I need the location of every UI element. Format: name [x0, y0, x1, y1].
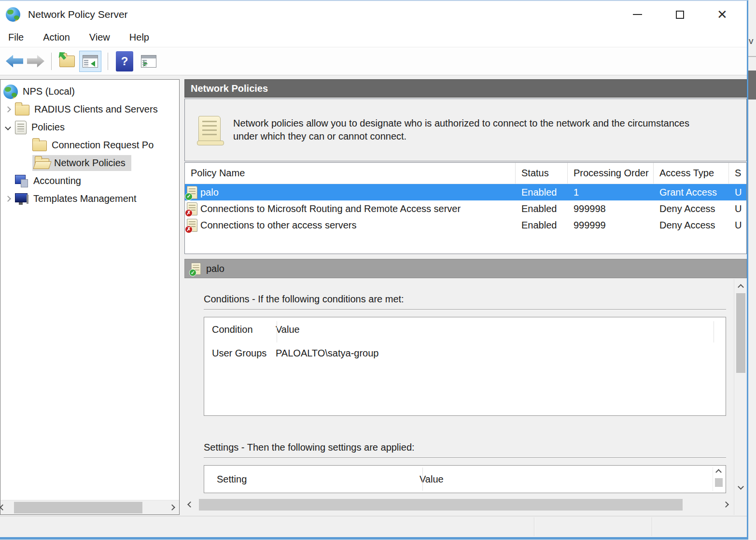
toolbar-separator [108, 53, 108, 70]
red-x-badge-icon [185, 209, 193, 217]
column-separator [277, 321, 277, 342]
scroll-left-arrow-icon[interactable] [187, 501, 194, 508]
policy-status: Enabled [516, 220, 568, 231]
chevron-right-icon[interactable] [5, 106, 11, 113]
export-list-icon[interactable] [59, 56, 75, 67]
column-status[interactable]: Status [516, 163, 568, 184]
show-hide-action-pane-button[interactable] [138, 51, 160, 72]
policy-access-type: Grant Access [654, 187, 729, 198]
column-access-type[interactable]: Access Type [654, 163, 729, 184]
menu-view[interactable]: View [88, 31, 111, 44]
policy-row-other-access[interactable]: Connections to other access servers Enab… [185, 217, 746, 233]
forward-arrow-icon[interactable] [27, 55, 44, 68]
menu-help[interactable]: Help [128, 31, 150, 44]
scroll-up-arrow-icon[interactable] [715, 469, 722, 475]
right-triangle-icon [143, 61, 148, 67]
scroll-up-arrow-icon[interactable] [738, 284, 744, 290]
tree-item-label: RADIUS Clients and Servers [34, 104, 158, 115]
tree-item-label: Policies [31, 122, 65, 133]
policy-access-type: Deny Access [654, 203, 729, 214]
tree-item-templates-management[interactable]: Templates Management [0, 190, 179, 208]
tree-item-network-policies[interactable]: Network Policies [0, 154, 179, 172]
condition-value: PALOALTO\satya-group [276, 348, 378, 359]
column-condition[interactable]: Condition [212, 324, 276, 335]
tree-item-label: NPS (Local) [23, 86, 75, 97]
policy-source: U [729, 203, 746, 214]
chevron-down-icon[interactable] [5, 124, 11, 130]
settings-vertical-scrollbar[interactable] [713, 467, 724, 491]
tree-item-label: Connection Request Po [52, 140, 154, 151]
background-window-sliver: v [748, 0, 756, 540]
chevron-right-icon[interactable] [5, 196, 11, 202]
selected-tree-item: Network Policies [32, 155, 131, 171]
policy-status: Enabled [516, 203, 568, 214]
tree-item-label: Network Policies [54, 157, 126, 169]
scroll-right-arrow-icon[interactable] [723, 501, 729, 508]
title-bar: Network Policy Server ✕ [0, 1, 747, 28]
green-check-badge-icon [185, 193, 193, 200]
scrollbar-thumb[interactable] [14, 502, 142, 513]
help-icon[interactable]: ? [116, 51, 133, 71]
screen: v Network Policy Server ✕ File Action Vi… [0, 0, 756, 540]
back-arrow-icon[interactable] [6, 55, 23, 68]
policy-deny-icon [187, 219, 197, 232]
maximize-button[interactable] [673, 8, 686, 21]
policy-row-palo[interactable]: palo Enabled 1 Grant Access U [185, 184, 746, 200]
scroll-left-arrow-icon[interactable] [0, 504, 6, 511]
menu-file[interactable]: File [7, 31, 25, 44]
folder-icon [15, 105, 29, 115]
status-bar-divider [652, 517, 653, 536]
detail-vertical-scrollbar[interactable] [734, 279, 747, 515]
key-icon [13, 95, 18, 99]
accounting-icon [15, 175, 28, 187]
column-policy-name[interactable]: Policy Name [185, 163, 516, 184]
scrollbar-thumb[interactable] [736, 293, 745, 373]
menu-bar: File Action View Help [0, 28, 747, 47]
policy-processing-order: 1 [568, 187, 654, 198]
tree-horizontal-scrollbar[interactable] [0, 500, 179, 514]
scrollbar-thumb[interactable] [715, 478, 723, 487]
policy-scroll-icon [15, 121, 27, 134]
separator-line [204, 457, 726, 458]
column-setting[interactable]: Setting [217, 474, 420, 485]
column-value[interactable]: Value [276, 324, 300, 335]
tree-item-policies[interactable]: Policies [0, 118, 179, 136]
minimize-button[interactable] [631, 8, 644, 21]
column-source[interactable]: S [729, 163, 746, 184]
tree-item-label: Templates Management [33, 193, 136, 204]
detail-title-bar: palo [184, 259, 747, 278]
tree-item-label: Accounting [33, 175, 81, 186]
policy-processing-order: 999998 [568, 203, 654, 214]
console-tree-pane: NPS (Local) RADIUS Clients and Servers P… [0, 79, 180, 515]
results-pane: Network Policies Network policies allow … [184, 79, 747, 515]
detail-horizontal-scrollbar[interactable] [185, 497, 732, 512]
console-tree: NPS (Local) RADIUS Clients and Servers P… [0, 80, 179, 500]
column-value[interactable]: Value [420, 474, 444, 485]
scrollbar-thumb[interactable] [199, 499, 683, 511]
policy-name: Connections to Microsoft Routing and Rem… [200, 203, 461, 214]
menu-action[interactable]: Action [42, 31, 71, 44]
show-hide-console-tree-button[interactable] [79, 51, 101, 72]
scroll-right-arrow-icon[interactable] [169, 504, 175, 511]
tree-item-radius-clients[interactable]: RADIUS Clients and Servers [0, 100, 179, 118]
description-panel: Network policies allow you to designate … [184, 99, 747, 161]
column-processing-order[interactable]: Processing Order [568, 163, 654, 184]
tree-item-nps-local[interactable]: NPS (Local) [0, 83, 179, 100]
background-fragment-block [748, 71, 756, 99]
detail-title: palo [206, 263, 224, 274]
conditions-table: Condition Value User Groups PALOALTO\sat… [204, 317, 726, 416]
condition-name: User Groups [212, 348, 276, 359]
policy-row-ms-routing[interactable]: Connections to Microsoft Routing and Rem… [185, 200, 746, 217]
detail-panel: Conditions - If the following conditions… [184, 279, 747, 515]
scroll-down-arrow-icon[interactable] [738, 483, 744, 490]
tree-item-accounting[interactable]: Accounting [0, 172, 179, 190]
policy-deny-icon [187, 202, 197, 215]
red-x-badge-icon [185, 226, 193, 233]
status-bar-divider [534, 517, 535, 536]
condition-row[interactable]: User Groups PALOALTO\satya-group [212, 348, 726, 359]
tree-item-connection-request-policies[interactable]: Connection Request Po [0, 136, 179, 154]
up-arrow-icon [56, 49, 68, 61]
settings-table: Setting Value [204, 465, 726, 493]
close-button[interactable]: ✕ [716, 8, 728, 21]
action-pane-icon [141, 55, 156, 68]
